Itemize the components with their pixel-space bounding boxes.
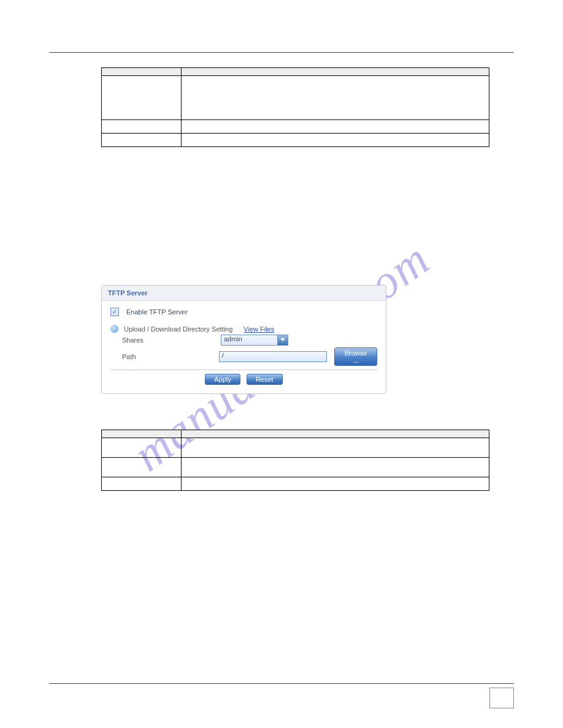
enable-tftp-checkbox[interactable]: ✓ bbox=[110, 308, 119, 316]
table1-row2-desc bbox=[182, 120, 489, 134]
divider-dotted bbox=[110, 370, 377, 370]
browse-button[interactable]: Browse ... bbox=[334, 347, 377, 366]
table1-row1-desc bbox=[182, 76, 489, 120]
directory-setting-row: Upload / Download Directory Setting View… bbox=[110, 325, 377, 333]
table1-row1-label bbox=[102, 76, 182, 120]
table1-header-desc bbox=[182, 68, 489, 76]
globe-icon bbox=[110, 325, 118, 333]
enable-tftp-row: ✓ Enable TFTP Server bbox=[110, 308, 377, 316]
table-header-row bbox=[102, 68, 489, 76]
table-row bbox=[102, 120, 489, 134]
enable-tftp-label: Enable TFTP Server bbox=[126, 308, 188, 316]
table-row bbox=[102, 438, 489, 458]
directory-setting-label: Upload / Download Directory Setting bbox=[124, 325, 232, 333]
shares-select-value: admin bbox=[224, 335, 242, 343]
table2-header-desc bbox=[182, 430, 489, 438]
table2-row1-desc bbox=[182, 438, 489, 458]
tftp-server-panel: TFTP Server ✓ Enable TFTP Server Upload … bbox=[101, 285, 386, 394]
chevron-down-icon bbox=[280, 338, 285, 341]
path-input[interactable]: / bbox=[219, 351, 327, 362]
view-files-link[interactable]: View Files bbox=[243, 325, 274, 333]
page-number-box bbox=[489, 688, 514, 708]
table-row bbox=[102, 458, 489, 477]
table1-header-label bbox=[102, 68, 182, 76]
table2-header-label bbox=[102, 430, 182, 438]
table2-row3-desc bbox=[182, 477, 489, 491]
table-row bbox=[102, 76, 489, 120]
apply-reset-row: Apply Reset bbox=[110, 374, 377, 385]
table1-row2-label bbox=[102, 120, 182, 134]
reset-button[interactable]: Reset bbox=[247, 374, 283, 385]
settings-table-1 bbox=[101, 67, 489, 147]
table1-row3-label bbox=[102, 134, 182, 147]
shares-label: Shares bbox=[122, 336, 217, 344]
table2-row2-desc bbox=[182, 458, 489, 477]
table2-row1-label bbox=[102, 438, 182, 458]
table-row bbox=[102, 477, 489, 491]
path-row: Path / Browse ... bbox=[110, 347, 377, 366]
tftp-panel-title: TFTP Server bbox=[102, 286, 386, 301]
footer-rule bbox=[49, 683, 514, 684]
table2-row2-label bbox=[102, 458, 182, 477]
shares-row: Shares admin bbox=[110, 335, 377, 346]
table2-row3-label bbox=[102, 477, 182, 491]
table-row bbox=[102, 134, 489, 147]
path-input-value: / bbox=[222, 352, 224, 359]
header-rule bbox=[49, 52, 514, 53]
apply-button[interactable]: Apply bbox=[205, 374, 240, 385]
path-label: Path bbox=[122, 353, 215, 360]
table1-row3-desc bbox=[182, 134, 489, 147]
shares-select[interactable]: admin bbox=[221, 335, 288, 346]
settings-table-2 bbox=[101, 430, 489, 491]
table-header-row bbox=[102, 430, 489, 438]
